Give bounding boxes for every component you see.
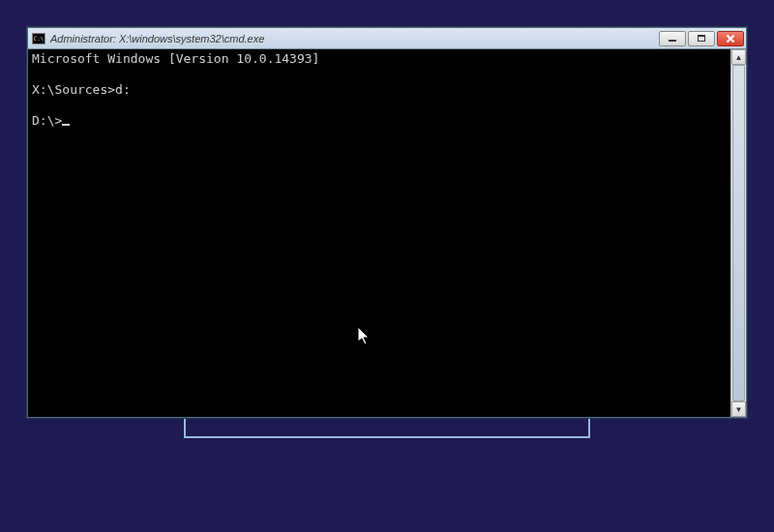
- text-cursor: [62, 124, 70, 126]
- chevron-down-icon: ▼: [735, 405, 743, 414]
- terminal-command-1: d:: [115, 82, 131, 97]
- scrollbar-track[interactable]: [731, 65, 746, 401]
- titlebar[interactable]: C:\ Administrator: X:\windows\system32\c…: [28, 28, 746, 49]
- minimize-icon: [669, 40, 676, 42]
- cmd-window: C:\ Administrator: X:\windows\system32\c…: [27, 27, 747, 418]
- terminal-output[interactable]: Microsoft Windows [Version 10.0.14393] X…: [28, 49, 746, 417]
- cmd-icon-glyph: C:\: [34, 36, 45, 42]
- close-button[interactable]: [717, 31, 744, 46]
- scrollbar-thumb[interactable]: [732, 65, 745, 401]
- window-controls: [659, 31, 744, 46]
- window-title: Administrator: X:\windows\system32\cmd.e…: [50, 33, 659, 44]
- vertical-scrollbar[interactable]: ▲ ▼: [730, 49, 746, 417]
- cmd-system-menu-icon[interactable]: C:\: [32, 33, 45, 44]
- chevron-up-icon: ▲: [735, 53, 743, 62]
- terminal-prompt-2: D:\>: [32, 113, 62, 128]
- scroll-up-button[interactable]: ▲: [731, 49, 746, 65]
- maximize-icon: [698, 35, 705, 42]
- terminal-line-version: Microsoft Windows [Version 10.0.14393]: [32, 51, 319, 66]
- close-icon: [726, 34, 735, 44]
- scroll-down-button[interactable]: ▼: [731, 401, 746, 417]
- installer-wizard-edge-bottom: [184, 421, 590, 438]
- maximize-button[interactable]: [688, 31, 715, 46]
- minimize-button[interactable]: [659, 31, 686, 46]
- terminal-prompt-1: X:\Sources>: [32, 82, 115, 97]
